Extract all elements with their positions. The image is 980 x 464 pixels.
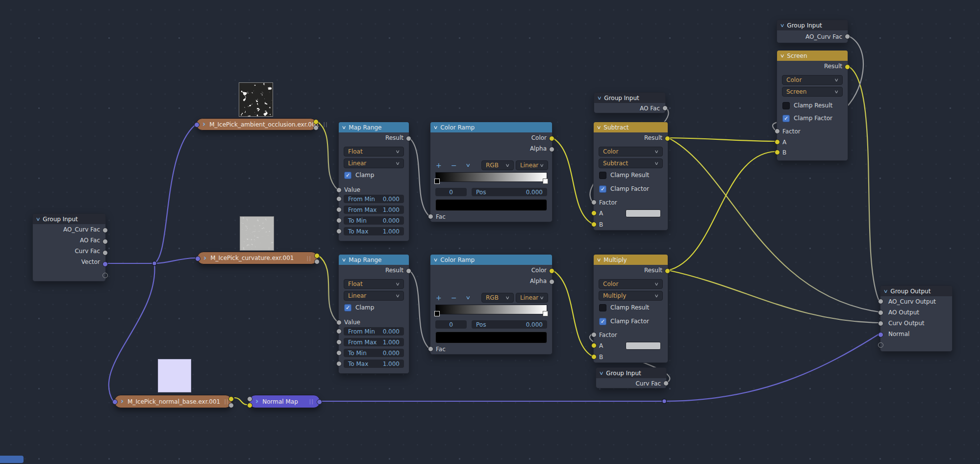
- stop-index-field[interactable]: 0: [435, 188, 467, 196]
- interpolation-dropdown[interactable]: Linear∨: [344, 158, 404, 168]
- socket-ao-fac-output[interactable]: [102, 239, 108, 244]
- socket-result-output[interactable]: [406, 268, 411, 274]
- clamp-factor-checkbox[interactable]: ✓: [599, 185, 606, 193]
- from-min-field[interactable]: From Min0.000: [344, 327, 404, 335]
- node-header[interactable]: ∨ Group Input: [33, 214, 105, 224]
- socket-curv-fac-output[interactable]: [663, 381, 669, 386]
- socket-ao-curv-fac-output[interactable]: [845, 34, 850, 39]
- ramp-interpolation-dropdown[interactable]: Linear∨: [516, 160, 548, 170]
- socket-vector-input[interactable]: [195, 256, 201, 261]
- node-header[interactable]: ∨ Group Output: [880, 286, 952, 296]
- chevron-down-icon[interactable]: ∨: [883, 289, 888, 294]
- chevron-down-icon[interactable]: ∨: [597, 125, 602, 130]
- node-header[interactable]: ∨ Subtract: [594, 122, 668, 132]
- node-header[interactable]: ∨ Group Input: [777, 20, 848, 30]
- socket-alpha-output[interactable]: [314, 259, 320, 264]
- node-graph-canvas[interactable]: { "editor": { "background": "#232935", "…: [0, 0, 980, 464]
- node-group-input-top[interactable]: ∨ Group Input AO_Curv Fac: [777, 20, 848, 43]
- mix-type-dropdown[interactable]: Color∨: [599, 147, 663, 156]
- socket-to-max-input[interactable]: [336, 229, 342, 234]
- from-max-field[interactable]: From Max1.000: [344, 206, 404, 214]
- node-mix-multiply[interactable]: ∨ Multiply Result Color∨ Multiply∨ Clamp…: [593, 254, 668, 363]
- socket-from-min-input[interactable]: [336, 196, 342, 202]
- node-header[interactable]: ∨ Map Range: [339, 255, 409, 265]
- socket-ao-curv-fac-output[interactable]: [102, 228, 108, 233]
- socket-strength-input[interactable]: [247, 396, 252, 402]
- socket-factor-input[interactable]: [591, 332, 597, 337]
- socket-from-max-input[interactable]: [336, 339, 342, 345]
- socket-fac-input[interactable]: [428, 346, 433, 352]
- remove-stop-icon[interactable]: −: [451, 161, 457, 169]
- socket-alpha-output[interactable]: [313, 125, 319, 130]
- color-mode-dropdown[interactable]: RGB∨: [481, 293, 514, 303]
- chevron-down-icon[interactable]: ∨: [780, 23, 785, 28]
- add-stop-icon[interactable]: +: [436, 161, 442, 169]
- node-header[interactable]: ∨ Screen: [777, 51, 848, 61]
- horizontal-scrollbar[interactable]: [0, 456, 24, 463]
- to-max-field[interactable]: To Max1.000: [344, 360, 404, 368]
- ramp-stop-white[interactable]: [543, 311, 548, 316]
- node-color-ramp-1[interactable]: ∨ Color Ramp Color Alpha + − ∨ RGB∨ Line…: [430, 122, 553, 222]
- chevron-down-icon[interactable]: ∨: [780, 53, 785, 58]
- blend-mode-dropdown[interactable]: Screen∨: [782, 87, 843, 97]
- chevron-down-icon[interactable]: ∨: [342, 258, 347, 262]
- clamp-factor-checkbox[interactable]: ✓: [782, 115, 790, 122]
- node-group-input-ao-fac[interactable]: ∨ Group Input AO Fac: [594, 92, 666, 113]
- socket-b-input[interactable]: [591, 354, 597, 360]
- node-header[interactable]: ∨ Group Input: [594, 93, 665, 103]
- socket-from-max-input[interactable]: [336, 207, 342, 212]
- node-header[interactable]: ∨ Map Range: [339, 122, 409, 132]
- chevron-right-icon[interactable]: ›: [121, 398, 124, 405]
- ramp-stop-white[interactable]: [543, 179, 548, 184]
- chevron-down-icon[interactable]: ∨: [599, 371, 604, 376]
- socket-curv-output-input[interactable]: [878, 321, 883, 326]
- socket-to-min-input[interactable]: [336, 218, 342, 223]
- socket-result-output[interactable]: [406, 136, 411, 141]
- blend-mode-dropdown[interactable]: Multiply∨: [599, 291, 663, 301]
- socket-ao-fac-output[interactable]: [662, 105, 668, 111]
- from-max-field[interactable]: From Max1.000: [344, 338, 404, 346]
- socket-normal-output[interactable]: [317, 399, 322, 405]
- node-group-input-curv-fac[interactable]: ∨ Group Input Curv Fac: [596, 367, 667, 388]
- node-mix-subtract[interactable]: ∨ Subtract Result Color∨ Subtract∨ Clamp…: [593, 122, 668, 231]
- node-group-input-left[interactable]: ∨ Group Input AO_Curv Fac AO Fac Curv Fa…: [32, 213, 106, 282]
- node-header[interactable]: ∨ Color Ramp: [430, 122, 552, 132]
- socket-color-output[interactable]: [549, 268, 554, 274]
- stop-index-field[interactable]: 0: [435, 320, 467, 329]
- mix-type-dropdown[interactable]: Color∨: [599, 279, 663, 289]
- a-color-swatch[interactable]: [626, 342, 661, 350]
- ramp-stop-black[interactable]: [434, 311, 440, 316]
- socket-b-input[interactable]: [591, 222, 597, 227]
- ramp-options-icon[interactable]: ∨: [465, 295, 471, 300]
- socket-virtual[interactable]: [878, 342, 883, 348]
- remove-stop-icon[interactable]: −: [451, 294, 457, 302]
- socket-ao-output-input[interactable]: [878, 310, 883, 315]
- socket-result-output[interactable]: [665, 136, 670, 141]
- to-min-field[interactable]: To Min0.000: [344, 216, 404, 225]
- reroute-node[interactable]: [662, 399, 667, 404]
- clamp-result-checkbox[interactable]: [599, 172, 606, 179]
- node-group-output[interactable]: ∨ Group Output AO_Curv Output AO Output …: [880, 285, 953, 352]
- chevron-right-icon[interactable]: ›: [202, 121, 205, 128]
- socket-factor-input[interactable]: [775, 129, 780, 134]
- socket-to-max-input[interactable]: [336, 361, 342, 366]
- stop-color-swatch[interactable]: [435, 332, 547, 343]
- socket-result-output[interactable]: [845, 64, 850, 70]
- chevron-down-icon[interactable]: ∨: [433, 258, 438, 262]
- node-map-range-1[interactable]: ∨ Map Range Result Float∨ Linear∨ ✓ Clam…: [338, 122, 409, 241]
- socket-value-input[interactable]: [336, 187, 342, 193]
- color-ramp-gradient[interactable]: [435, 305, 547, 314]
- chevron-down-icon[interactable]: ∨: [433, 125, 438, 130]
- node-normal-map[interactable]: › Normal Map ||: [249, 395, 320, 408]
- interpolation-dropdown[interactable]: Linear∨: [344, 291, 404, 301]
- stop-position-field[interactable]: Pos0.000: [472, 320, 547, 329]
- socket-factor-input[interactable]: [591, 200, 597, 205]
- data-type-dropdown[interactable]: Float∨: [344, 147, 404, 156]
- node-image-texture-curvature[interactable]: › M_IcePick_curvature.exr.001 ||: [197, 252, 318, 264]
- mix-type-dropdown[interactable]: Color∨: [782, 75, 843, 85]
- socket-b-input[interactable]: [775, 150, 780, 155]
- socket-color-output[interactable]: [313, 119, 319, 125]
- node-mix-screen[interactable]: ∨ Screen Result Color∨ Screen∨ Clamp Res…: [777, 50, 848, 161]
- color-ramp-gradient[interactable]: [435, 172, 547, 182]
- socket-a-input[interactable]: [591, 343, 597, 348]
